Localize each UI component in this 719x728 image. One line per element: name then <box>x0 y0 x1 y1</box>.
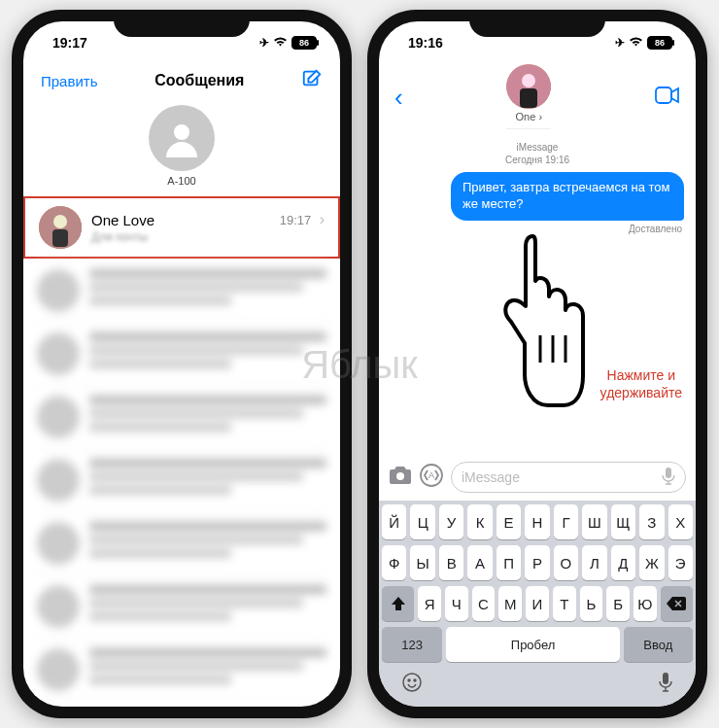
avatar <box>506 64 551 109</box>
svg-rect-8 <box>656 87 671 103</box>
wifi-icon <box>629 36 643 50</box>
nav-bar: ‹ One › <box>379 64 696 133</box>
battery-icon: 86 <box>647 36 672 50</box>
conversation-list-blurred <box>23 259 340 707</box>
conversation-body: One Love 19:17 › Для почты <box>91 211 325 244</box>
status-icons: ✈︎ 86 <box>615 36 672 50</box>
key-Й[interactable]: Й <box>382 504 406 539</box>
key-Ы[interactable]: Ы <box>410 545 434 580</box>
camera-button[interactable] <box>389 466 412 490</box>
message-bubble-sent[interactable]: Привет, завтра встречаемся на том же мес… <box>451 172 684 221</box>
facetime-button[interactable] <box>655 87 680 108</box>
key-Р[interactable]: Р <box>525 545 549 580</box>
svg-point-12 <box>396 472 404 480</box>
contact-name: One › <box>516 111 543 122</box>
conversation-time: 19:17 <box>280 213 312 227</box>
key-У[interactable]: У <box>439 504 463 539</box>
mic-icon[interactable] <box>662 468 675 488</box>
chat-area[interactable]: iMessage Сегодня 19:16 Привет, завтра вс… <box>379 133 696 456</box>
conversation-highlighted[interactable]: One Love 19:17 › Для почты <box>23 196 340 259</box>
key-Щ[interactable]: Щ <box>611 504 635 539</box>
input-placeholder: iMessage <box>462 469 520 485</box>
svg-rect-19 <box>663 673 668 684</box>
key-П[interactable]: П <box>496 545 521 580</box>
message-input[interactable]: iMessage <box>451 462 686 493</box>
key-М[interactable]: М <box>498 586 522 621</box>
pinned-label: A-100 <box>167 175 195 187</box>
enter-key[interactable]: Ввод <box>624 627 693 662</box>
key-К[interactable]: К <box>467 504 492 539</box>
key-В[interactable]: В <box>439 545 463 580</box>
phone-right: 19:16 ✈︎ 86 ‹ One › iMes <box>367 10 707 718</box>
instruction-label: Нажмите и удерживайте <box>600 366 682 401</box>
page-title: Сообщения <box>154 72 244 89</box>
svg-point-6 <box>522 74 535 87</box>
edit-button[interactable]: Править <box>41 73 98 89</box>
svg-point-16 <box>403 674 421 691</box>
back-button[interactable]: ‹ <box>394 85 403 110</box>
key-О[interactable]: О <box>554 545 578 580</box>
key-Б[interactable]: Б <box>606 586 630 621</box>
keyboard: ЙЦУКЕНГШЩЗХ ФЫВАПРОЛДЖЭ ЯЧСМИТЬБЮ 123 Пр… <box>379 501 696 707</box>
key-И[interactable]: И <box>526 586 549 621</box>
svg-rect-15 <box>666 468 671 478</box>
key-Я[interactable]: Я <box>418 586 441 621</box>
key-Е[interactable]: Е <box>496 504 521 539</box>
svg-point-18 <box>414 679 416 681</box>
key-Ш[interactable]: Ш <box>582 504 606 539</box>
chat-meta: iMessage Сегодня 19:16 <box>391 141 684 166</box>
key-Т[interactable]: Т <box>553 586 576 621</box>
message-input-bar: A iMessage <box>379 456 696 501</box>
svg-text:A: A <box>428 470 434 480</box>
svg-point-3 <box>53 215 67 228</box>
key-Ю[interactable]: Ю <box>633 586 657 621</box>
key-Ь[interactable]: Ь <box>580 586 603 621</box>
svg-point-1 <box>174 124 189 140</box>
key-Н[interactable]: Н <box>525 504 549 539</box>
dictate-button[interactable] <box>658 672 673 697</box>
key-Ф[interactable]: Ф <box>382 545 406 580</box>
keyboard-footer <box>382 668 693 707</box>
contact-header[interactable]: One › <box>506 64 551 129</box>
compose-button[interactable] <box>301 68 323 93</box>
notch <box>114 10 250 37</box>
key-Ц[interactable]: Ц <box>410 504 434 539</box>
key-Ж[interactable]: Ж <box>639 545 664 580</box>
pinned-contact[interactable]: A-100 <box>23 105 340 187</box>
svg-point-17 <box>408 679 410 681</box>
notch <box>469 10 605 37</box>
numbers-key[interactable]: 123 <box>382 627 442 662</box>
key-Д[interactable]: Д <box>611 545 635 580</box>
battery-icon: 86 <box>291 36 317 50</box>
screen-right: 19:16 ✈︎ 86 ‹ One › iMes <box>379 21 696 707</box>
nav-bar: Править Сообщения <box>23 64 340 99</box>
service-label: iMessage <box>391 141 684 154</box>
shift-key[interactable] <box>382 586 414 621</box>
airplane-icon: ✈︎ <box>259 36 269 50</box>
wifi-icon <box>273 36 288 50</box>
chevron-right-icon: › <box>320 211 325 227</box>
key-С[interactable]: С <box>472 586 496 621</box>
airplane-icon: ✈︎ <box>615 36 625 50</box>
key-З[interactable]: З <box>639 504 664 539</box>
backspace-key[interactable] <box>661 586 693 621</box>
status-icons: ✈︎ 86 <box>259 36 317 50</box>
key-Х[interactable]: Х <box>668 504 693 539</box>
status-time: 19:17 <box>52 35 87 51</box>
svg-rect-4 <box>52 229 68 247</box>
avatar <box>39 206 82 249</box>
space-key[interactable]: Пробел <box>446 627 619 662</box>
status-time: 19:16 <box>408 35 443 51</box>
timestamp: Сегодня 19:16 <box>391 154 684 166</box>
key-А[interactable]: А <box>467 545 492 580</box>
apps-button[interactable]: A <box>420 464 443 491</box>
key-Ч[interactable]: Ч <box>445 586 468 621</box>
key-Л[interactable]: Л <box>582 545 606 580</box>
screen-left: 19:17 ✈︎ 86 Править Сообщения A-100 <box>23 21 340 707</box>
key-Э[interactable]: Э <box>668 545 693 580</box>
svg-rect-7 <box>520 88 537 108</box>
emoji-button[interactable] <box>401 672 423 697</box>
key-Г[interactable]: Г <box>554 504 578 539</box>
conversation-preview: Для почты <box>91 230 325 244</box>
contact-name: One Love <box>91 212 154 228</box>
